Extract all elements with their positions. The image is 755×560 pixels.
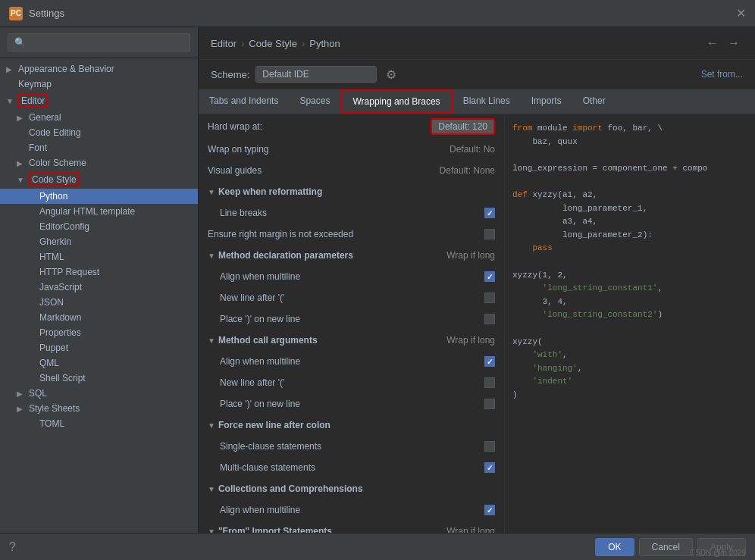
sidebar-item-font[interactable]: Font — [0, 140, 198, 155]
sidebar-item-javascript[interactable]: JavaScript — [0, 280, 198, 295]
setting-visual-guides: Visual guidesDefault: None — [199, 160, 504, 181]
sidebar-item-general[interactable]: ▶General — [0, 110, 198, 125]
code-line: long_parameter_2): — [512, 229, 747, 242]
checkbox-align-multiline-decl[interactable] — [484, 271, 495, 282]
setting-new-line-after-paren-decl[interactable]: New line after '(' — [199, 287, 504, 308]
sidebar-item-python[interactable]: Python — [0, 189, 198, 204]
search-input[interactable] — [8, 33, 190, 52]
window-title: Settings — [29, 8, 64, 19]
setting-place-paren-new-line-decl[interactable]: Place ')' on new line — [199, 308, 504, 330]
sidebar-item-html[interactable]: HTML — [0, 249, 198, 264]
code-line: long_expression = component_one + compo — [512, 162, 747, 176]
gear-icon[interactable]: ⚙ — [386, 67, 396, 82]
sidebar-item-properties[interactable]: Properties — [0, 325, 198, 340]
checkbox-new-line-after-paren-call[interactable] — [484, 377, 495, 388]
sidebar-item-style-sheets[interactable]: ▶Style Sheets — [0, 401, 198, 416]
scheme-select[interactable]: Default IDE — [255, 66, 377, 83]
close-button[interactable]: ✕ — [736, 6, 746, 20]
breadcrumb-code-style: Code Style — [249, 38, 297, 49]
tab-imports[interactable]: Imports — [521, 89, 572, 114]
sidebar-item-http-request[interactable]: HTTP Request — [0, 264, 198, 280]
setting-line-breaks[interactable]: Line breaks — [199, 202, 504, 224]
code-line: 'long_string_constant2') — [512, 308, 747, 322]
sidebar-item-angular[interactable]: Angular HTML template — [0, 204, 198, 219]
setting-collections-comprehensions: ▼Collections and Comprehensions — [199, 478, 504, 499]
set-from-link[interactable]: Set from... — [701, 69, 743, 80]
nav-arrows: ← → — [703, 35, 743, 52]
sidebar: ▶Appearance & BehaviorKeymap▼Editor▶Gene… — [0, 27, 199, 533]
setting-from-import-stmts: ▼"From" Import StatementsWrap if long — [199, 521, 504, 533]
search-bar — [0, 27, 198, 58]
code-line: a3, a4, — [512, 215, 747, 229]
sidebar-item-code-style[interactable]: ▼Code Style — [0, 171, 198, 189]
code-line: 'indent' — [512, 375, 747, 389]
code-line — [512, 149, 747, 162]
setting-place-paren-new-line-call[interactable]: Place ')' on new line — [199, 393, 504, 415]
sidebar-item-sql[interactable]: ▶SQL — [0, 386, 198, 401]
setting-single-clause[interactable]: Single-clause statements — [199, 436, 504, 457]
tab-blank-lines[interactable]: Blank Lines — [453, 89, 521, 114]
checkbox-single-clause[interactable] — [484, 441, 495, 452]
checkbox-place-paren-new-line-decl[interactable] — [484, 314, 495, 324]
setting-align-multiline-call[interactable]: Align when multiline — [199, 351, 504, 372]
code-line: def xyzzy(a1, a2, — [512, 189, 747, 202]
help-button[interactable]: ? — [9, 540, 16, 554]
tab-other[interactable]: Other — [572, 89, 616, 114]
nav-forward-button[interactable]: → — [725, 35, 743, 52]
app-icon: PC — [9, 7, 23, 20]
scheme-bar: Scheme: Default IDE ⚙ Set from... — [199, 60, 755, 89]
code-line: 'with', — [512, 349, 747, 362]
code-line: 3, 4, — [512, 296, 747, 309]
checkbox-new-line-after-paren-decl[interactable] — [484, 293, 495, 303]
checkbox-line-breaks[interactable] — [484, 208, 495, 218]
setting-ensure-right-margin[interactable]: Ensure right margin is not exceeded — [199, 224, 504, 245]
title-bar: PC Settings ✕ — [0, 0, 755, 27]
checkbox-ensure-right-margin[interactable] — [484, 229, 495, 239]
ok-button[interactable]: OK — [595, 538, 634, 556]
code-line: baz, quux — [512, 136, 747, 149]
sidebar-tree: ▶Appearance & BehaviorKeymap▼Editor▶Gene… — [0, 58, 198, 434]
setting-new-line-after-paren-call[interactable]: New line after '(' — [199, 372, 504, 393]
settings-panel: Hard wrap at:Default: 120Wrap on typingD… — [199, 114, 755, 533]
checkbox-align-multiline-coll[interactable] — [484, 505, 495, 515]
sidebar-item-qml[interactable]: QML — [0, 355, 198, 371]
tab-spaces[interactable]: Spaces — [289, 89, 340, 114]
sidebar-item-appearance[interactable]: ▶Appearance & Behavior — [0, 61, 198, 77]
setting-align-multiline-coll[interactable]: Align when multiline — [199, 499, 504, 521]
code-preview: from module import foo, bar, \ baz, quux… — [505, 114, 755, 533]
code-line: ) — [512, 389, 747, 402]
code-line: pass — [512, 242, 747, 255]
sidebar-item-code-editing[interactable]: Code Editing — [0, 125, 198, 140]
sidebar-item-json[interactable]: JSON — [0, 295, 198, 310]
tab-tabs-indents[interactable]: Tabs and Indents — [199, 89, 289, 114]
setting-multi-clause[interactable]: Multi-clause statements — [199, 457, 504, 478]
setting-keep-reformatting: ▼Keep when reformatting — [199, 181, 504, 202]
sidebar-item-color-scheme[interactable]: ▶Color Scheme — [0, 155, 198, 171]
cancel-button[interactable]: Cancel — [639, 538, 693, 556]
setting-align-multiline-decl[interactable]: Align when multiline — [199, 266, 504, 287]
scheme-label: Scheme: — [211, 69, 249, 80]
nav-back-button[interactable]: ← — [703, 35, 722, 52]
settings-left: Hard wrap at:Default: 120Wrap on typingD… — [199, 114, 505, 533]
sidebar-item-puppet[interactable]: Puppet — [0, 340, 198, 355]
tabs-bar: Tabs and IndentsSpacesWrapping and Brace… — [199, 89, 755, 114]
sidebar-item-editor[interactable]: ▼Editor — [0, 92, 198, 110]
setting-method-decl-params: ▼Method declaration parametersWrap if lo… — [199, 245, 504, 266]
code-line: from module import foo, bar, \ — [512, 122, 747, 136]
code-line — [512, 255, 747, 269]
sidebar-item-gherkin[interactable]: Gherkin — [0, 234, 198, 249]
status-text: CSDN @ln 2029 — [690, 549, 746, 557]
tab-wrapping-braces[interactable]: Wrapping and Braces — [340, 89, 452, 114]
sidebar-item-markdown[interactable]: Markdown — [0, 310, 198, 325]
breadcrumb-sep2: › — [302, 38, 305, 49]
breadcrumb: Editor › Code Style › Python ← → — [199, 27, 755, 60]
sidebar-item-toml[interactable]: TOML — [0, 416, 198, 431]
checkbox-multi-clause[interactable] — [484, 462, 495, 473]
checkbox-place-paren-new-line-call[interactable] — [484, 399, 495, 409]
checkbox-align-multiline-call[interactable] — [484, 356, 495, 367]
code-line: xyzzy( — [512, 336, 747, 349]
sidebar-item-editorconfig[interactable]: EditorConfig — [0, 219, 198, 234]
main-layout: ▶Appearance & BehaviorKeymap▼Editor▶Gene… — [0, 27, 755, 533]
sidebar-item-keymap[interactable]: Keymap — [0, 77, 198, 92]
sidebar-item-shell-script[interactable]: Shell Script — [0, 371, 198, 386]
